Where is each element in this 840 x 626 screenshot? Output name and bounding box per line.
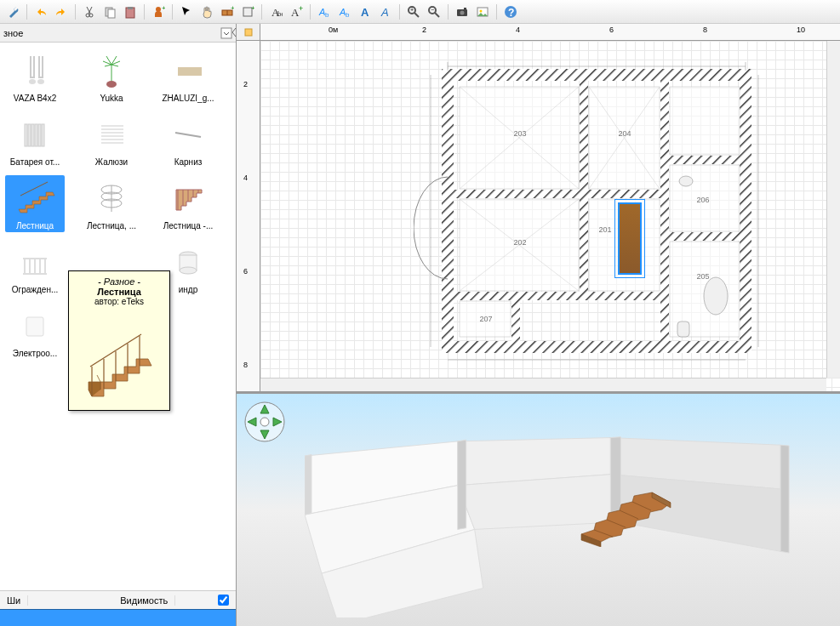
svg-text:+: + <box>162 5 165 12</box>
svg-text:b: b <box>325 11 329 19</box>
copy-icon[interactable] <box>100 3 119 21</box>
tooltip-category: - Разное - <box>74 276 164 287</box>
col-visibility[interactable]: Видимость <box>113 595 175 606</box>
furniture-item-zhaluzi[interactable]: ZHALUZI_g... <box>158 48 218 105</box>
text-add-icon[interactable]: A+ <box>287 3 306 21</box>
svg-point-71 <box>180 267 197 274</box>
vertical-ruler: 2 4 6 8 <box>237 41 260 391</box>
italic-icon[interactable]: A <box>376 3 395 21</box>
dimension-icon[interactable]: Ab <box>315 3 334 21</box>
svg-rect-43 <box>38 124 41 146</box>
furniture-item-vaza[interactable]: VAZA B4x2 <box>5 48 65 105</box>
undo-icon[interactable] <box>31 3 50 21</box>
svg-point-120 <box>679 176 693 186</box>
category-selector[interactable]: зное <box>0 24 236 43</box>
cut-icon[interactable] <box>80 3 99 21</box>
furniture-item-stairs[interactable]: Лестница <box>5 175 65 232</box>
workspace: 0м 2 4 6 8 10 12 14 2 4 6 8 <box>237 24 840 626</box>
svg-text:203: 203 <box>513 129 526 138</box>
create-wall-icon[interactable]: + <box>218 3 237 21</box>
add-furniture-icon[interactable]: + <box>149 3 168 21</box>
paste-icon[interactable] <box>121 3 140 21</box>
svg-text:b: b <box>346 11 350 19</box>
dimension2-icon[interactable]: Ab <box>335 3 354 21</box>
furniture-item-stairs2[interactable]: Лестница -... <box>158 175 218 232</box>
furniture-item-blinds[interactable]: Жалюзи <box>82 111 141 168</box>
text-tool-icon[interactable]: Abc <box>266 3 285 21</box>
photo-icon[interactable] <box>473 3 492 21</box>
svg-rect-29 <box>464 8 466 9</box>
svg-point-37 <box>106 81 117 88</box>
furniture-item-radiator[interactable]: Батарея от... <box>5 111 65 168</box>
svg-text:+: + <box>231 5 234 12</box>
svg-point-122 <box>260 418 269 426</box>
svg-text:206: 206 <box>696 196 709 204</box>
svg-rect-93 <box>670 87 740 155</box>
svg-line-25 <box>435 13 439 17</box>
wrench-icon[interactable] <box>3 3 22 21</box>
svg-line-51 <box>175 133 201 137</box>
pan-hand-icon[interactable] <box>197 3 216 21</box>
staircase-3d[interactable] <box>577 487 679 547</box>
redo-icon[interactable] <box>52 3 71 21</box>
furniture-item-fence[interactable]: Огражден... <box>5 239 65 296</box>
svg-rect-40 <box>28 124 31 146</box>
furniture-item-spiral[interactable]: Лестница, ... <box>82 175 141 232</box>
svg-point-36 <box>37 79 44 84</box>
category-label: зное <box>3 28 23 38</box>
svg-rect-42 <box>35 124 37 146</box>
view-3d[interactable] <box>237 394 840 626</box>
floorplan: 203 204 202 201 206 205 207 <box>414 58 771 373</box>
svg-text:201: 201 <box>598 225 611 234</box>
zoom-out-icon[interactable]: − <box>425 3 443 21</box>
svg-rect-44 <box>42 124 44 146</box>
svg-text:+: + <box>410 7 414 13</box>
svg-point-28 <box>460 10 465 14</box>
svg-text:202: 202 <box>513 238 526 247</box>
svg-text:+: + <box>251 5 254 12</box>
placed-staircase[interactable] <box>618 202 642 275</box>
properties-header: Ши Видимость <box>0 590 236 609</box>
svg-text:A: A <box>361 6 369 19</box>
svg-line-52 <box>20 182 48 196</box>
svg-rect-3 <box>128 7 133 9</box>
furniture-item-outlet[interactable]: Электроо... <box>5 303 65 360</box>
tooltip-author: автор: eTeks <box>74 297 164 306</box>
svg-point-31 <box>480 9 483 12</box>
svg-text:204: 204 <box>618 129 631 138</box>
main-area: зное VAZA B4x2 Yukka ZHALUZI_g... Батаре… <box>0 24 840 626</box>
svg-text:205: 205 <box>696 272 709 281</box>
walls-3d <box>305 419 831 617</box>
svg-text:+: + <box>299 5 303 13</box>
camera-icon[interactable] <box>453 3 471 21</box>
nav-compass-icon[interactable] <box>243 401 286 443</box>
tooltip-name: Лестница <box>74 287 164 297</box>
plan-canvas[interactable]: 203 204 202 201 206 205 207 <box>260 41 840 391</box>
svg-point-35 <box>29 79 36 84</box>
visibility-checkbox[interactable] <box>218 595 229 606</box>
select-arrow-icon[interactable] <box>177 3 196 21</box>
help-icon[interactable]: ? <box>501 3 520 21</box>
zoom-in-icon[interactable]: + <box>404 3 423 21</box>
plan-scrollbar-h[interactable] <box>260 378 826 391</box>
furniture-item-rail[interactable]: Карниз <box>158 111 218 168</box>
svg-rect-39 <box>25 124 27 146</box>
svg-text:bc: bc <box>277 9 283 18</box>
main-toolbar: + + + Abc A+ Ab Ab A A + − ? <box>0 0 840 24</box>
svg-line-22 <box>414 13 419 17</box>
plan-view[interactable]: 0м 2 4 6 8 10 12 14 2 4 6 8 <box>237 24 840 394</box>
selected-item-row[interactable] <box>0 609 236 626</box>
create-room-icon[interactable]: + <box>238 3 257 21</box>
svg-rect-41 <box>31 124 34 146</box>
svg-point-118 <box>704 277 728 315</box>
svg-rect-72 <box>26 317 43 336</box>
svg-rect-119 <box>677 322 689 337</box>
furniture-item-yukka[interactable]: Yukka <box>82 48 141 105</box>
svg-text:207: 207 <box>479 315 492 323</box>
svg-rect-1 <box>108 9 115 18</box>
bold-icon[interactable]: A <box>356 3 374 21</box>
svg-text:A: A <box>380 6 389 19</box>
plan-scrollbar-v[interactable] <box>826 41 840 378</box>
svg-rect-38 <box>178 67 202 76</box>
col-width[interactable]: Ши <box>0 595 28 606</box>
